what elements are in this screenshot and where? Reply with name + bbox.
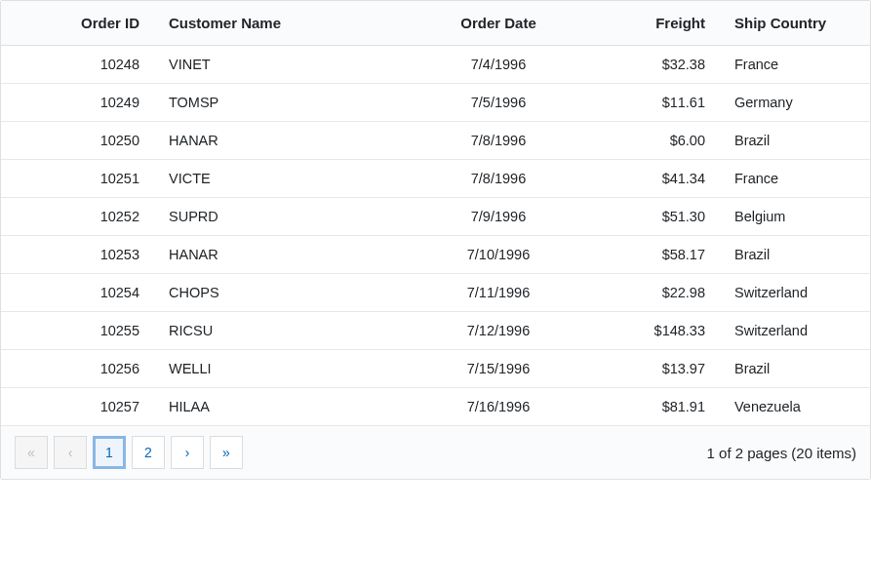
pager-prev-button[interactable]: ‹ (54, 436, 87, 469)
pager-bar: « ‹ 12 › » 1 of 2 pages (20 items) (1, 426, 870, 479)
cell-order-id: 10248 (1, 46, 157, 84)
chevron-right-icon: › (185, 445, 190, 460)
cell-freight: $51.30 (586, 198, 723, 236)
table-row[interactable]: 10255RICSU7/12/1996$148.33Switzerland (1, 312, 870, 350)
cell-ship-country: Brazil (723, 350, 870, 388)
cell-order-id: 10251 (1, 160, 157, 198)
cell-order-id: 10249 (1, 84, 157, 122)
cell-ship-country: France (723, 46, 870, 84)
cell-order-date: 7/9/1996 (411, 198, 586, 236)
cell-order-date: 7/16/1996 (411, 388, 586, 426)
table-row[interactable]: 10257HILAA7/16/1996$81.91Venezuela (1, 388, 870, 426)
cell-order-id: 10250 (1, 122, 157, 160)
cell-ship-country: Venezuela (723, 388, 870, 426)
cell-customer-name: TOMSP (157, 84, 411, 122)
cell-ship-country: Brazil (723, 236, 870, 274)
cell-order-id: 10257 (1, 388, 157, 426)
cell-order-id: 10254 (1, 274, 157, 312)
col-header-ship-country[interactable]: Ship Country (723, 1, 870, 46)
cell-order-date: 7/8/1996 (411, 122, 586, 160)
double-chevron-left-icon: « (27, 445, 35, 460)
cell-ship-country: Brazil (723, 122, 870, 160)
cell-ship-country: Germany (723, 84, 870, 122)
double-chevron-right-icon: » (222, 445, 230, 460)
data-grid: Order ID Customer Name Order Date Freigh… (0, 0, 871, 480)
pager-page-1[interactable]: 1 (93, 436, 126, 469)
header-row: Order ID Customer Name Order Date Freigh… (1, 1, 870, 46)
pager-next-button[interactable]: › (171, 436, 204, 469)
chevron-left-icon: ‹ (68, 445, 73, 460)
col-header-customer-name[interactable]: Customer Name (157, 1, 411, 46)
table-row[interactable]: 10252SUPRD7/9/1996$51.30Belgium (1, 198, 870, 236)
cell-order-date: 7/10/1996 (411, 236, 586, 274)
cell-order-id: 10252 (1, 198, 157, 236)
cell-order-id: 10255 (1, 312, 157, 350)
cell-ship-country: Switzerland (723, 274, 870, 312)
table-row[interactable]: 10256WELLI7/15/1996$13.97Brazil (1, 350, 870, 388)
cell-freight: $32.38 (586, 46, 723, 84)
cell-customer-name: HANAR (157, 122, 411, 160)
table-row[interactable]: 10254CHOPS7/11/1996$22.98Switzerland (1, 274, 870, 312)
table-row[interactable]: 10248VINET7/4/1996$32.38France (1, 46, 870, 84)
cell-customer-name: RICSU (157, 312, 411, 350)
cell-customer-name: SUPRD (157, 198, 411, 236)
col-header-order-id[interactable]: Order ID (1, 1, 157, 46)
cell-order-id: 10253 (1, 236, 157, 274)
col-header-order-date[interactable]: Order Date (411, 1, 586, 46)
cell-freight: $11.61 (586, 84, 723, 122)
orders-table: Order ID Customer Name Order Date Freigh… (1, 1, 870, 426)
cell-customer-name: WELLI (157, 350, 411, 388)
cell-order-date: 7/12/1996 (411, 312, 586, 350)
col-header-freight[interactable]: Freight (586, 1, 723, 46)
table-row[interactable]: 10253HANAR7/10/1996$58.17Brazil (1, 236, 870, 274)
cell-ship-country: France (723, 160, 870, 198)
cell-freight: $13.97 (586, 350, 723, 388)
cell-freight: $58.17 (586, 236, 723, 274)
cell-ship-country: Switzerland (723, 312, 870, 350)
table-row[interactable]: 10250HANAR7/8/1996$6.00Brazil (1, 122, 870, 160)
cell-customer-name: VICTE (157, 160, 411, 198)
cell-customer-name: HANAR (157, 236, 411, 274)
cell-customer-name: CHOPS (157, 274, 411, 312)
table-row[interactable]: 10249TOMSP7/5/1996$11.61Germany (1, 84, 870, 122)
pager-info: 1 of 2 pages (20 items) (707, 445, 856, 461)
cell-customer-name: VINET (157, 46, 411, 84)
pager-page-2[interactable]: 2 (132, 436, 165, 469)
pager-last-button[interactable]: » (210, 436, 243, 469)
cell-order-id: 10256 (1, 350, 157, 388)
cell-freight: $148.33 (586, 312, 723, 350)
cell-order-date: 7/4/1996 (411, 46, 586, 84)
cell-customer-name: HILAA (157, 388, 411, 426)
cell-freight: $81.91 (586, 388, 723, 426)
cell-order-date: 7/8/1996 (411, 160, 586, 198)
cell-ship-country: Belgium (723, 198, 870, 236)
pager-controls: « ‹ 12 › » (15, 436, 243, 469)
cell-freight: $22.98 (586, 274, 723, 312)
cell-freight: $41.34 (586, 160, 723, 198)
cell-order-date: 7/5/1996 (411, 84, 586, 122)
cell-order-date: 7/11/1996 (411, 274, 586, 312)
cell-freight: $6.00 (586, 122, 723, 160)
table-row[interactable]: 10251VICTE7/8/1996$41.34France (1, 160, 870, 198)
cell-order-date: 7/15/1996 (411, 350, 586, 388)
pager-first-button[interactable]: « (15, 436, 48, 469)
